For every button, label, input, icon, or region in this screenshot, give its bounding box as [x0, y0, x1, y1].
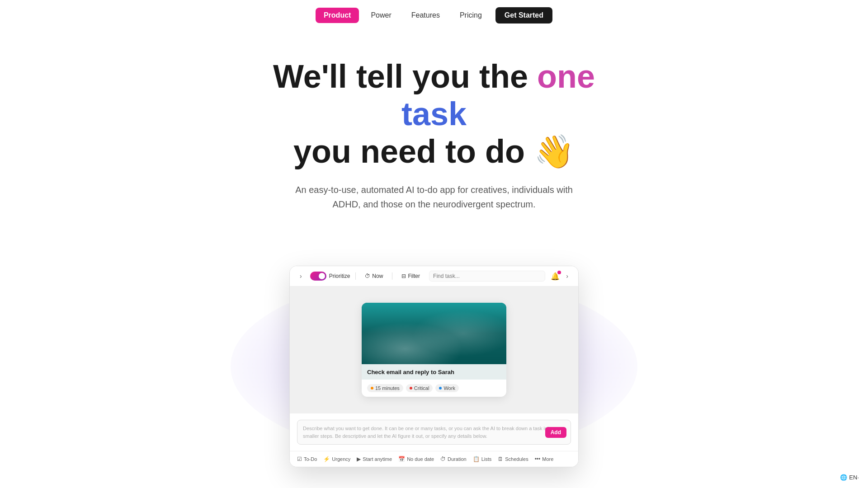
bottom-bar-item-no-due-date[interactable]: 📅No due date: [398, 456, 434, 462]
app-input-area: Describe what you want to get done. It c…: [290, 413, 578, 451]
task-search-input[interactable]: [429, 271, 545, 282]
app-mockup: › Prioritize ⏱ Now ⊟ Filter 🔔 ›: [289, 266, 579, 467]
no-due-date-label: No due date: [407, 456, 434, 462]
bottom-bar-item-more[interactable]: •••More: [535, 456, 554, 462]
toolbar-settings-arrow[interactable]: ›: [563, 272, 571, 281]
now-icon: ⏱: [365, 273, 370, 279]
urgency-icon: ⚡: [323, 456, 330, 462]
urgency-label: Urgency: [332, 456, 350, 462]
task-tag-undefined: Work: [435, 384, 458, 392]
add-task-button[interactable]: Add: [545, 427, 566, 438]
app-bottom-bar: ☑To-Do⚡Urgency▶Start anytime📅No due date…: [290, 451, 578, 467]
nav-item-product[interactable]: Product: [316, 8, 359, 23]
bottom-bar-item-lists[interactable]: 📋Lists: [473, 456, 492, 462]
filter-icon: ⊟: [401, 273, 406, 279]
prioritize-label: Prioritize: [329, 273, 350, 279]
main-nav: ProductPowerFeaturesPricingGet Started: [0, 0, 868, 31]
prioritize-toggle-group: Prioritize: [310, 272, 350, 281]
globe-icon: 🌐: [840, 474, 847, 481]
start-anytime-icon: ▶: [357, 456, 361, 462]
filter-label: Filter: [408, 273, 420, 279]
task-input-box: Describe what you want to get done. It c…: [297, 420, 571, 445]
task-tags-row: 15 minutesCriticalWork: [362, 380, 506, 397]
schedules-icon: 🗓: [498, 456, 503, 462]
nav-item-power[interactable]: Power: [363, 8, 399, 23]
task-tag-undefined: 15 minutes: [367, 384, 403, 392]
notification-badge: [557, 271, 561, 274]
task-input-placeholder: Describe what you want to get done. It c…: [303, 426, 552, 439]
toolbar-right-actions: 🔔 ›: [551, 272, 571, 281]
language-selector[interactable]: 🌐 EN·: [840, 474, 859, 481]
now-label: Now: [372, 273, 383, 279]
task-card-image: Check email and reply to Sarah: [362, 303, 506, 380]
prioritize-toggle[interactable]: [310, 272, 326, 281]
app-body: Check email and reply to Sarah 15 minute…: [290, 286, 578, 413]
lists-icon: 📋: [473, 456, 480, 462]
tag-dot-icon: [410, 387, 412, 389]
hero-section: We'll tell you the one task you need to …: [0, 31, 868, 230]
language-label: EN·: [849, 474, 859, 481]
app-toolbar: › Prioritize ⏱ Now ⊟ Filter 🔔 ›: [290, 266, 578, 286]
no-due-date-icon: 📅: [398, 456, 405, 462]
tag-label: Work: [443, 385, 455, 391]
mockup-section: ← › Prioritize ⏱ Now ⊟ Filter 🔔: [0, 239, 868, 488]
filter-button[interactable]: ⊟ Filter: [398, 272, 424, 281]
task-title: Check email and reply to Sarah: [367, 369, 454, 375]
todo-label: To-Do: [304, 456, 317, 462]
task-input-wrap: Describe what you want to get done. It c…: [297, 420, 571, 445]
more-icon: •••: [535, 456, 541, 462]
headline-one: one: [537, 58, 595, 94]
duration-label: Duration: [448, 456, 467, 462]
duration-icon: ⏱: [440, 456, 446, 462]
bottom-bar-item-schedules[interactable]: 🗓Schedules: [498, 456, 528, 462]
hero-headline: We'll tell you the one task you need to …: [253, 58, 615, 170]
lists-label: Lists: [481, 456, 492, 462]
bottom-bar-item-duration[interactable]: ⏱Duration: [440, 456, 467, 462]
nav-item-pricing[interactable]: Pricing: [452, 8, 490, 23]
more-label: More: [542, 456, 553, 462]
bell-wrapper: 🔔: [551, 272, 560, 281]
bottom-bar-item-start-anytime[interactable]: ▶Start anytime: [357, 456, 392, 462]
tag-dot-icon: [439, 387, 442, 389]
toolbar-back-arrow[interactable]: ›: [297, 272, 305, 281]
tag-label: Critical: [414, 385, 429, 391]
bottom-bar-item-urgency[interactable]: ⚡Urgency: [323, 456, 350, 462]
start-anytime-label: Start anytime: [363, 456, 392, 462]
tag-dot-icon: [371, 387, 373, 389]
schedules-label: Schedules: [505, 456, 528, 462]
todo-icon: ☑: [297, 456, 302, 462]
toolbar-divider-1: [355, 272, 356, 280]
tag-label: 15 minutes: [375, 385, 400, 391]
task-card: Check email and reply to Sarah 15 minute…: [362, 303, 506, 397]
task-card-title-overlay: Check email and reply to Sarah: [362, 364, 506, 380]
hero-subtitle: An easy-to-use, automated AI to-do app f…: [280, 183, 588, 211]
toolbar-divider-2: [392, 272, 392, 280]
bottom-bar-item-todo[interactable]: ☑To-Do: [297, 456, 317, 462]
headline-part2: you need to do 👋: [293, 133, 575, 169]
headline-part1: We'll tell you the: [273, 58, 537, 94]
task-tag-undefined: Critical: [406, 384, 433, 392]
now-button[interactable]: ⏱ Now: [361, 272, 387, 281]
nav-item-features[interactable]: Features: [403, 8, 448, 23]
headline-task: task: [401, 96, 467, 132]
nav-cta-button[interactable]: Get Started: [495, 7, 552, 23]
